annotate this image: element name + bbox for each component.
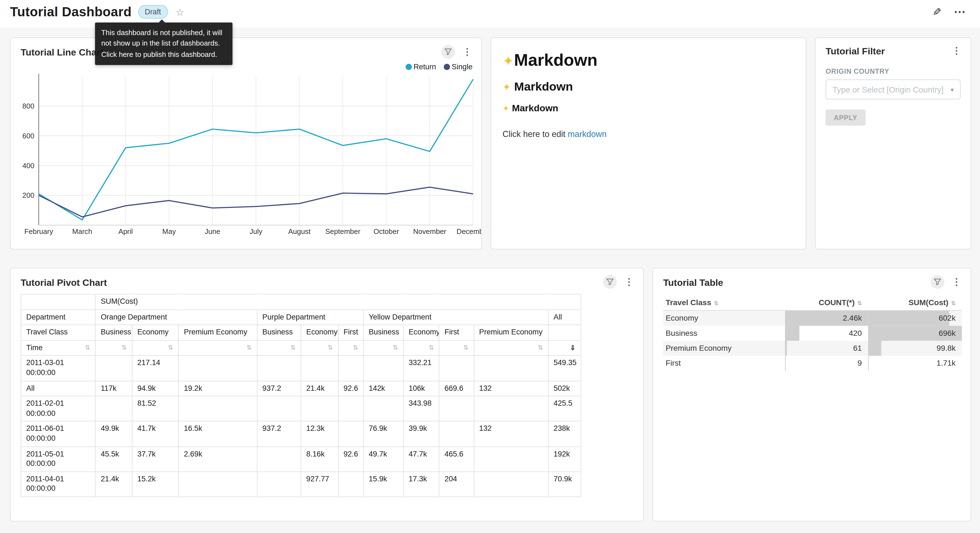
kebab-menu-icon[interactable]: ⋮ xyxy=(461,46,474,58)
pivot-sort-header[interactable]: ⇅ xyxy=(178,340,257,356)
filter-icon[interactable] xyxy=(441,45,455,59)
pivot-value-cell: 332.21 xyxy=(403,356,439,381)
pivot-dimension-label: Department xyxy=(21,310,95,325)
pivot-sort-header[interactable]: ⇅ xyxy=(257,340,301,356)
star-icon[interactable]: ☆ xyxy=(175,6,184,18)
sort-icon[interactable]: ⇅ xyxy=(393,343,398,351)
pivot-time-cell: 2011-02-01 00:00:00 xyxy=(21,396,95,421)
sort-icon[interactable]: ⇅ xyxy=(328,343,333,351)
pivot-class-header: Business xyxy=(257,325,301,340)
pivot-department-header: Yellow Department xyxy=(363,310,548,325)
sort-icon[interactable]: ⇅ xyxy=(247,343,252,351)
svg-text:December: December xyxy=(457,227,481,236)
table-column-header[interactable]: Travel Class⇅ xyxy=(663,295,785,310)
pivot-class-header: Economy xyxy=(301,325,338,340)
pivot-time-sort-header[interactable]: Time⇅ xyxy=(21,340,95,356)
svg-text:June: June xyxy=(205,227,220,236)
pivot-sort-header[interactable]: ⇓ xyxy=(548,340,581,356)
sum-cell: 99.8k xyxy=(868,341,962,356)
svg-text:August: August xyxy=(288,227,311,236)
value-bar xyxy=(868,311,949,326)
sort-active-icon[interactable]: ⇓ xyxy=(570,343,576,352)
pivot-metric-header: SUM(Cost) xyxy=(95,294,581,310)
pivot-sort-header[interactable]: ⇅ xyxy=(439,340,474,356)
pivot-sort-header[interactable]: ⇅ xyxy=(338,340,364,356)
pivot-value-cell: 92.6 xyxy=(338,447,364,472)
pivot-value-cell xyxy=(257,396,301,421)
pivot-row: All117k94.9k19.2k937.221.4k92.6142k106k6… xyxy=(21,381,581,396)
edit-pencil-icon[interactable]: ✎ xyxy=(932,5,941,19)
pivot-sort-header[interactable]: ⇅ xyxy=(363,340,403,356)
sort-icon[interactable]: ⇅ xyxy=(85,343,90,351)
pivot-value-cell: 37.7k xyxy=(132,447,178,472)
pivot-class-header: Business xyxy=(363,325,403,340)
pivot-value-cell: 937.2 xyxy=(257,421,301,447)
sort-icon[interactable]: ⇅ xyxy=(538,343,543,351)
pivot-time-cell: 2011-04-01 00:00:00 xyxy=(21,472,95,497)
sort-icon[interactable]: ⇅ xyxy=(714,300,718,306)
sort-icon[interactable]: ⇅ xyxy=(121,343,127,351)
pivot-value-cell: 16.5k xyxy=(178,421,257,447)
pivot-value-cell xyxy=(363,356,403,381)
line-chart[interactable]: 200400600800FebruaryMarchAprilMayJuneJul… xyxy=(11,73,481,239)
chevron-down-icon: ▾ xyxy=(951,86,954,93)
pivot-sort-header[interactable]: ⇅ xyxy=(301,340,338,356)
svg-text:March: March xyxy=(72,227,92,236)
pivot-sort-header[interactable]: ⇅ xyxy=(95,340,132,356)
pivot-sort-header[interactable]: ⇅ xyxy=(132,340,178,356)
sort-icon[interactable]: ⇅ xyxy=(857,300,862,306)
sum-cell: 602k xyxy=(868,310,962,326)
pivot-class-header: First xyxy=(439,325,474,340)
markdown-edit-link[interactable]: markdown xyxy=(568,129,606,139)
table-column-header[interactable]: COUNT(*)⇅ xyxy=(785,295,868,310)
count-cell: 9 xyxy=(785,356,868,370)
kebab-menu-icon[interactable]: ⋮ xyxy=(950,276,963,288)
pivot-time-cell: All xyxy=(21,381,95,396)
sort-icon[interactable]: ⇅ xyxy=(290,343,296,351)
sort-icon[interactable]: ⇅ xyxy=(168,343,173,351)
table-card: Tutorial Table ⋮ Travel Class⇅COUNT(*)⇅S… xyxy=(652,268,972,522)
origin-country-select[interactable]: Type or Select [Origin Country] ▾ xyxy=(826,80,961,99)
travel-class-cell: Economy xyxy=(663,310,785,326)
pivot-department-header: All xyxy=(548,310,581,325)
publish-tooltip[interactable]: This dashboard is not published, it will… xyxy=(95,22,232,65)
line-chart-card: Tutorial Line Chart ⋮ ReturnSingle 20040… xyxy=(10,38,482,250)
pivot-sort-header[interactable]: ⇅ xyxy=(403,340,439,356)
table-row: Economy2.46k602k xyxy=(663,310,962,326)
filter-icon[interactable] xyxy=(603,275,617,289)
markdown-h2: ✦ Markdown xyxy=(503,80,794,94)
draft-badge[interactable]: Draft xyxy=(138,5,168,19)
sort-icon[interactable]: ⇅ xyxy=(353,343,358,351)
table-row: First91.71k xyxy=(663,356,962,370)
kebab-menu-icon[interactable]: ⋮ xyxy=(622,276,636,288)
apply-button[interactable]: APPLY xyxy=(826,109,865,126)
pivot-value-cell xyxy=(338,356,364,381)
kebab-menu-icon[interactable]: ⋮ xyxy=(950,45,963,56)
sparkle-icon: ✦ xyxy=(503,104,509,113)
pivot-value-cell: 465.6 xyxy=(439,447,474,472)
filter-icon[interactable] xyxy=(931,275,944,289)
svg-text:September: September xyxy=(325,227,361,236)
pivot-class-header: Economy xyxy=(132,325,178,340)
cell-value: 602k xyxy=(939,314,955,323)
sort-icon[interactable]: ⇅ xyxy=(429,343,434,351)
pivot-value-cell xyxy=(301,396,338,421)
table-column-header[interactable]: SUM(Cost)⇅ xyxy=(868,295,962,310)
pivot-value-cell xyxy=(338,472,364,497)
legend-item[interactable]: Single xyxy=(444,62,473,71)
sort-icon[interactable]: ⇅ xyxy=(951,300,956,306)
pivot-value-cell: 132 xyxy=(474,381,548,396)
pivot-value-cell: 217.14 xyxy=(132,356,178,381)
cell-value: 420 xyxy=(849,329,862,338)
pivot-sort-header[interactable]: ⇅ xyxy=(474,340,548,356)
more-menu-icon[interactable]: ⋯ xyxy=(954,9,966,15)
pivot-value-cell: 502k xyxy=(548,381,581,396)
svg-text:October: October xyxy=(374,227,399,236)
legend-label: Return xyxy=(414,62,436,71)
pivot-value-cell xyxy=(178,472,257,497)
legend-item[interactable]: Return xyxy=(405,62,436,71)
pivot-row: 2011-06-01 00:00:0049.9k41.7k16.5k937.21… xyxy=(21,421,581,447)
pivot-table: SUM(Cost)DepartmentOrange DepartmentPurp… xyxy=(21,294,581,497)
sort-icon[interactable]: ⇅ xyxy=(463,343,468,351)
pivot-row: 2011-05-01 00:00:0045.5k37.7k2.69k8.16k9… xyxy=(21,447,581,472)
